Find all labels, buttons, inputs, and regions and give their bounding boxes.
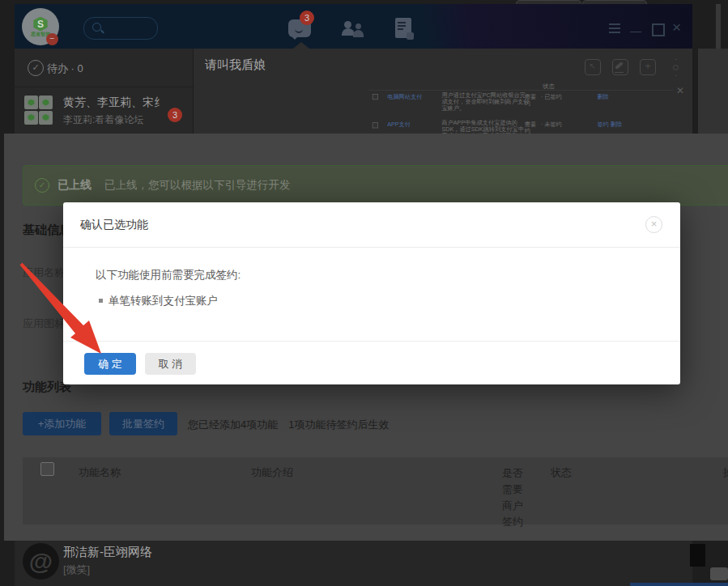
active-tab-notch: [293, 42, 309, 49]
col-need-sign: 是否需要商户签约: [502, 465, 525, 530]
select-all-checkbox[interactable]: [40, 462, 54, 476]
dialog-title: 确认已选功能: [80, 218, 148, 232]
chat-item-name[interactable]: 邢洁新-臣翊网络: [63, 545, 152, 560]
banner-text: 已上线，您可以根据以下引导进行开发: [104, 178, 291, 193]
screen-share-icon[interactable]: ↖: [585, 59, 601, 75]
preview-close-icon[interactable]: ✕: [676, 85, 684, 96]
divider: [15, 87, 193, 87]
dialog-body-text: 以下功能使用前需要完成签约:: [96, 268, 241, 282]
scrollbar-piece[interactable]: [710, 567, 728, 580]
close-button[interactable]: ×: [672, 22, 681, 33]
dialog-close-icon[interactable]: ×: [645, 216, 662, 233]
mini-status: · 未签约: [541, 121, 562, 128]
minimize-button[interactable]: —: [630, 25, 641, 36]
group-avatar[interactable]: [24, 96, 53, 125]
mini-action-link[interactable]: 删除: [597, 93, 608, 100]
confirm-button[interactable]: 确 定: [84, 353, 136, 375]
status-banner: ✓ 已上线 已上线，您可以根据以下引导进行开发: [23, 165, 728, 206]
mini-feature-link[interactable]: 电脑网站支付: [387, 93, 422, 100]
chat-app-bottom: @ 邢洁新-臣翊网络 [微笑]: [15, 541, 692, 586]
cancel-button[interactable]: 取 消: [145, 353, 196, 375]
feature-summary-text: 您已经添加4项功能 1项功能待签约后生效: [188, 418, 389, 432]
messages-unread-badge: 3: [300, 11, 314, 25]
preview-status-header: 状态: [543, 83, 554, 89]
screenshot-root: S 思途智旅 − 3 — ×: [0, 0, 728, 586]
mini-need: 需要 约: [525, 121, 538, 134]
contact-avatar[interactable]: @: [23, 543, 59, 580]
conversation-title: 请叫我盾娘: [205, 57, 266, 73]
search-input[interactable]: [83, 17, 158, 40]
col-status: 状态: [551, 465, 572, 480]
mini-need: 需要 约: [525, 93, 538, 106]
col-feature-intro: 功能介绍: [251, 465, 293, 480]
maximize-button[interactable]: [652, 23, 665, 36]
label-app-icon: 应用图标: [23, 316, 65, 331]
divider: [63, 341, 680, 342]
scrollbar-thumb[interactable]: [690, 544, 705, 567]
chat-app-window: S 思途智旅 − 3 — ×: [15, 4, 692, 137]
chat-titlebar[interactable]: S 思途智旅 − 3 — ×: [15, 4, 692, 49]
divider: [63, 247, 680, 248]
chat-unread-badge: 3: [168, 108, 182, 122]
background-window-strip: [698, 49, 728, 134]
feature-table-header: 功能名称 功能介绍 是否需要商户签约 状态 操作: [23, 457, 728, 524]
confirm-dialog: 确认已选功能 × 以下功能使用前需要完成签约: 单笔转账到支付宝账户 确 定 取…: [63, 202, 680, 384]
label-app-name: 应用名称: [23, 265, 65, 280]
phone-call-icon[interactable]: [612, 59, 628, 75]
banner-title: 已上线: [57, 178, 92, 193]
mini-status: · 已签约: [541, 93, 562, 100]
shared-page-preview[interactable]: 状态 电脑网站支付 用户通过支付宝PC网站收银台完成支付，资金即时到账到商户支付…: [368, 81, 692, 138]
mini-action-link[interactable]: 签约 删除: [597, 121, 622, 128]
col-action: 操作: [723, 465, 728, 480]
do-not-disturb-badge: −: [46, 33, 58, 45]
mini-feature-desc: 用户通过支付宝PC网站收银台完成支付，资金即时到账到商户支付宝账户。: [441, 92, 529, 112]
bullet-icon: [99, 299, 103, 303]
chat-item-name[interactable]: 黄芳、李亚莉、宋纟: [63, 96, 166, 110]
add-plus-icon[interactable]: +: [640, 59, 656, 75]
success-check-icon: ✓: [35, 178, 49, 193]
company-logo-icon: S: [32, 17, 49, 32]
background-window-edge: [716, 4, 721, 49]
todo-label[interactable]: 待办 · 0: [47, 62, 83, 76]
dialog-item-text: 单笔转账到支付宝账户: [109, 294, 218, 308]
mini-checkbox[interactable]: [373, 122, 378, 128]
search-icon: [92, 23, 101, 32]
chat-item-preview: [微笑]: [63, 563, 90, 577]
mini-checkbox[interactable]: [373, 94, 378, 100]
menu-icon[interactable]: [609, 23, 620, 36]
batch-sign-button[interactable]: 批量签约: [109, 412, 177, 435]
chat-item-preview: 李亚莉:看着像论坛: [63, 113, 143, 127]
todo-check-icon: ✓: [28, 60, 44, 76]
col-feature-name: 功能名称: [79, 465, 121, 480]
add-feature-button[interactable]: +添加功能: [23, 412, 101, 435]
workbench-tab-icon[interactable]: [395, 18, 411, 38]
taskbar-sliver: [630, 583, 728, 586]
mini-feature-link[interactable]: APP支付: [387, 121, 411, 128]
